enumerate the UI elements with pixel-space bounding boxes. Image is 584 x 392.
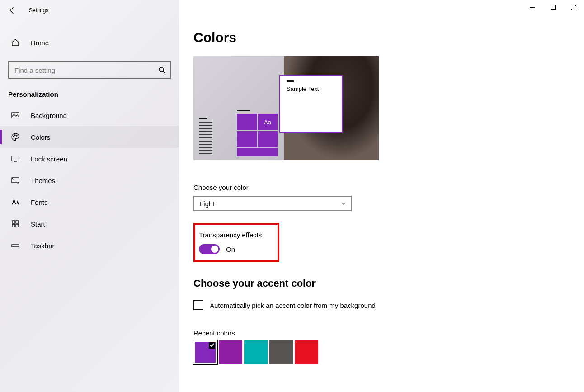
- svg-rect-7: [12, 221, 15, 223]
- preview-window: Sample Text: [279, 75, 343, 133]
- lockscreen-icon: [11, 154, 20, 163]
- search-input[interactable]: [8, 61, 171, 79]
- svg-point-2: [13, 136, 14, 137]
- svg-rect-10: [16, 224, 19, 227]
- sidebar-item-colors[interactable]: Colors: [0, 126, 179, 148]
- color-preview: Aa Sample Text: [193, 56, 379, 160]
- preview-start-menu: [199, 118, 226, 156]
- fonts-icon: [11, 198, 20, 207]
- auto-accent-checkbox[interactable]: [193, 300, 203, 310]
- nav-label: Taskbar: [31, 242, 55, 250]
- color-swatch-3[interactable]: [269, 340, 293, 364]
- sidebar-item-taskbar[interactable]: Taskbar: [0, 235, 179, 256]
- color-swatch-2[interactable]: [244, 340, 268, 364]
- choose-color-label: Choose your color: [193, 184, 584, 191]
- nav-label: Background: [31, 112, 67, 119]
- svg-point-3: [14, 135, 15, 136]
- transparency-highlight: Transparency effects On: [193, 223, 279, 262]
- svg-rect-12: [551, 5, 555, 9]
- app-title: Settings: [29, 7, 48, 14]
- home-icon: [11, 38, 20, 47]
- home-label: Home: [31, 39, 49, 47]
- svg-rect-9: [12, 224, 15, 227]
- section-title: Personalization: [0, 79, 179, 104]
- sidebar-item-themes[interactable]: Themes: [0, 170, 179, 191]
- picture-icon: [11, 111, 20, 120]
- page-title: Colors: [193, 30, 584, 45]
- auto-accent-checkbox-row[interactable]: Automatically pick an accent color from …: [193, 300, 584, 310]
- nav-label: Start: [31, 220, 45, 228]
- svg-rect-8: [16, 221, 19, 223]
- themes-icon: [11, 176, 20, 185]
- minimize-button[interactable]: [522, 0, 542, 14]
- color-swatch-4[interactable]: [295, 340, 318, 364]
- svg-rect-11: [12, 245, 19, 247]
- nav-label: Colors: [31, 133, 50, 141]
- palette-icon: [11, 132, 20, 142]
- svg-point-4: [16, 135, 17, 136]
- check-icon: [209, 342, 215, 348]
- preview-tile-aa: Aa: [258, 114, 278, 130]
- nav-label: Fonts: [31, 198, 48, 206]
- accent-heading: Choose your accent color: [193, 278, 584, 289]
- content-area: Colors Aa Sample Text Choose your color …: [179, 0, 584, 392]
- sidebar-item-background[interactable]: Background: [0, 104, 179, 126]
- color-swatch-1[interactable]: [219, 340, 242, 364]
- color-swatch-0[interactable]: [193, 340, 217, 364]
- sidebar: Settings Home Personalization Background…: [0, 0, 179, 392]
- back-button[interactable]: [8, 6, 16, 14]
- recent-colors-label: Recent colors: [193, 329, 584, 337]
- search-icon[interactable]: [158, 66, 165, 74]
- window-controls: [522, 0, 584, 14]
- sidebar-item-fonts[interactable]: Fonts: [0, 191, 179, 213]
- transparency-state: On: [226, 246, 235, 253]
- sidebar-item-start[interactable]: Start: [0, 213, 179, 235]
- start-icon: [11, 219, 20, 228]
- recent-colors: [193, 340, 584, 364]
- auto-accent-label: Automatically pick an accent color from …: [210, 302, 376, 309]
- sidebar-item-home[interactable]: Home: [0, 33, 179, 52]
- sidebar-item-lockscreen[interactable]: Lock screen: [0, 148, 179, 170]
- nav-label: Themes: [31, 177, 55, 184]
- preview-tiles: Aa: [237, 110, 282, 156]
- close-button[interactable]: [563, 0, 584, 14]
- transparency-label: Transparency effects: [199, 231, 271, 239]
- taskbar-icon: [11, 241, 20, 250]
- nav-label: Lock screen: [31, 155, 67, 163]
- svg-rect-5: [12, 156, 19, 161]
- preview-sample-text: Sample Text: [287, 85, 335, 92]
- svg-point-0: [159, 67, 164, 72]
- chevron-down-icon: [341, 201, 346, 206]
- choose-color-select[interactable]: Light: [193, 196, 352, 211]
- transparency-toggle[interactable]: [199, 244, 220, 254]
- maximize-button[interactable]: [542, 0, 563, 14]
- choose-color-value: Light: [200, 200, 215, 208]
- titlebar: Settings: [0, 4, 179, 17]
